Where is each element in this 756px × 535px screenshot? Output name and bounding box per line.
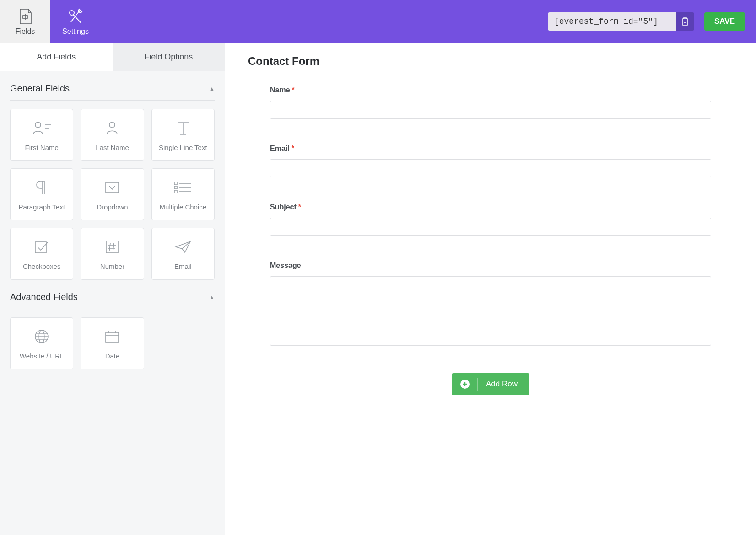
field-label: Email [174, 262, 192, 270]
form-title: Contact Form [248, 55, 733, 68]
field-label: Multiple Choice [160, 203, 207, 211]
button-divider [477, 378, 478, 391]
field-label: Website / URL [20, 352, 64, 360]
checkbox-icon [33, 238, 50, 256]
save-button[interactable]: SAVE [704, 12, 745, 31]
form-field-name[interactable]: Name* [270, 86, 711, 119]
svg-rect-22 [174, 190, 177, 193]
tab-fields[interactable]: Fields [0, 0, 50, 43]
field-label: Checkboxes [23, 262, 61, 270]
clipboard-icon [681, 17, 689, 26]
tab-fields-label: Fields [16, 27, 35, 36]
required-icon: * [292, 86, 295, 94]
svg-point-11 [109, 122, 115, 128]
field-label: Last Name [96, 144, 129, 151]
field-date[interactable]: Date [81, 317, 144, 369]
tab-settings-label: Settings [62, 27, 89, 36]
email-input[interactable] [270, 159, 711, 177]
hash-icon [105, 238, 119, 256]
topbar-right: SAVE [548, 0, 756, 43]
svg-line-26 [109, 243, 110, 251]
message-label: Message [270, 262, 711, 270]
field-label: Paragraph Text [18, 203, 65, 211]
advanced-field-grid: Website / URL Date [10, 317, 215, 369]
shortcode-input[interactable] [548, 12, 676, 31]
subject-input[interactable] [270, 218, 711, 236]
sidebar-tabs: Add Fields Field Options [0, 43, 225, 71]
form-field-subject[interactable]: Subject* [270, 203, 711, 236]
svg-point-2 [70, 11, 74, 15]
field-first-name[interactable]: First Name [10, 109, 73, 161]
svg-line-27 [113, 243, 114, 251]
field-last-name[interactable]: Last Name [81, 109, 144, 161]
section-advanced-title: Advanced Fields [10, 292, 78, 302]
field-paragraph-text[interactable]: Paragraph Text [10, 168, 73, 220]
caret-up-icon: ▲ [209, 294, 215, 300]
section-general-header[interactable]: General Fields ▲ [10, 80, 215, 101]
user-card-icon [32, 119, 52, 137]
settings-icon [66, 7, 85, 26]
form-field-email[interactable]: Email* [270, 144, 711, 177]
field-dropdown[interactable]: Dropdown [81, 168, 144, 220]
message-textarea[interactable] [270, 276, 711, 346]
text-cursor-icon [174, 119, 192, 137]
svg-point-8 [35, 122, 41, 128]
svg-line-30 [182, 241, 190, 249]
field-label: Date [105, 352, 120, 360]
subject-label: Subject* [270, 203, 711, 211]
dropdown-icon [104, 178, 120, 197]
caret-up-icon: ▲ [209, 86, 215, 92]
field-number[interactable]: Number [81, 228, 144, 280]
field-multiple-choice[interactable]: Multiple Choice [151, 168, 215, 220]
globe-icon [33, 327, 50, 346]
svg-rect-18 [174, 182, 177, 185]
svg-rect-17 [106, 182, 119, 193]
field-label: Number [100, 262, 124, 270]
copy-shortcode-button[interactable] [676, 12, 694, 31]
field-checkboxes[interactable]: Checkboxes [10, 228, 73, 280]
form-preview: Contact Form Name* Email* Subject* Messa… [225, 43, 756, 535]
field-website-url[interactable]: Website / URL [10, 317, 73, 369]
svg-rect-24 [35, 242, 46, 253]
sidebar: Add Fields Field Options General Fields … [0, 43, 225, 535]
name-input[interactable] [270, 101, 711, 119]
shortcode-group [548, 12, 694, 31]
field-single-line-text[interactable]: Single Line Text [151, 109, 215, 161]
user-icon [104, 119, 120, 137]
svg-rect-5 [682, 19, 688, 25]
sidebar-tab-field-options[interactable]: Field Options [113, 43, 225, 71]
sidebar-tab-add-fields[interactable]: Add Fields [0, 43, 113, 71]
general-field-grid: First Name Last Name [10, 109, 215, 280]
form-field-message[interactable]: Message [270, 262, 711, 348]
field-label: Dropdown [97, 203, 128, 211]
layout: Add Fields Field Options General Fields … [0, 43, 756, 535]
add-row-button[interactable]: Add Row [452, 373, 529, 395]
tab-settings[interactable]: Settings [50, 0, 101, 43]
svg-rect-25 [106, 241, 118, 253]
calendar-icon [104, 327, 120, 346]
fields-icon [17, 7, 33, 26]
section-advanced-header[interactable]: Advanced Fields ▲ [10, 288, 215, 309]
list-icon [173, 178, 193, 197]
svg-rect-20 [174, 186, 177, 189]
required-icon: * [292, 144, 294, 152]
email-label: Email* [270, 144, 711, 153]
name-label: Name* [270, 86, 711, 94]
svg-line-3 [73, 15, 81, 23]
field-email[interactable]: Email [151, 228, 215, 280]
required-icon: * [298, 203, 301, 211]
field-label: Single Line Text [159, 144, 207, 151]
plus-circle-icon [460, 379, 470, 389]
field-label: First Name [25, 144, 58, 151]
add-row-label: Add Row [486, 380, 518, 389]
section-general-title: General Fields [10, 83, 70, 94]
svg-rect-36 [106, 332, 119, 342]
topbar: Fields Settings [0, 0, 756, 43]
paragraph-icon [35, 178, 49, 197]
paper-plane-icon [174, 238, 192, 256]
